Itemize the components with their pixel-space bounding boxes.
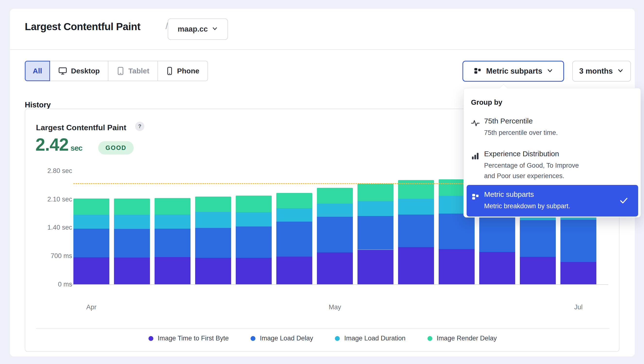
chevron-down-icon xyxy=(617,67,624,75)
legend-dot-icon xyxy=(428,336,432,341)
legend-item: Image Load Delay xyxy=(250,334,313,342)
bar-segment[interactable] xyxy=(236,226,272,258)
y-axis-tick: 700 ms xyxy=(26,252,72,260)
pulse-icon xyxy=(471,119,480,128)
device-tabs: AllDesktopTabletPhone xyxy=(25,61,208,81)
group-by-dropdown-button[interactable]: Metric subparts xyxy=(462,61,564,82)
bar-segment[interactable] xyxy=(317,188,353,204)
legend-dot-icon xyxy=(335,336,340,341)
bar-segment[interactable] xyxy=(520,257,556,284)
bar-segment[interactable] xyxy=(74,198,109,215)
y-axis-tick: 2.80 sec xyxy=(26,167,72,174)
bar-segment[interactable] xyxy=(276,256,312,284)
tab-desktop[interactable]: Desktop xyxy=(50,61,108,81)
x-axis-label: Apr xyxy=(86,304,96,311)
site-selector[interactable]: maap.cc xyxy=(168,18,228,40)
tab-label: Phone xyxy=(177,67,199,75)
legend-divider xyxy=(36,328,610,329)
bar-segment[interactable] xyxy=(317,204,353,217)
legend-dot-icon xyxy=(148,336,153,341)
group-by-dropdown-menu: Group by 75th Percentile75th percentile … xyxy=(464,88,641,218)
legend-label: Image Render Delay xyxy=(437,334,497,342)
page: Largest Contentful Paint / maap.cc AllDe… xyxy=(0,0,644,364)
bar-segment[interactable] xyxy=(520,220,556,257)
bar-segment[interactable] xyxy=(317,217,353,252)
dropdown-item-description: Metric breakdown by subpart. xyxy=(484,201,570,212)
group-by-button-label: Metric subparts xyxy=(486,67,542,76)
bar-segment[interactable] xyxy=(398,214,434,247)
tab-all[interactable]: All xyxy=(25,61,50,81)
history-heading: History xyxy=(25,100,51,109)
check-icon xyxy=(620,197,628,205)
bar-segment[interactable] xyxy=(154,198,190,214)
bar-segment[interactable] xyxy=(358,216,394,250)
bar-segment[interactable] xyxy=(479,216,515,252)
bar-segment[interactable] xyxy=(398,247,434,284)
dropdown-item-experience-distribution[interactable]: Experience DistributionPercentage of Goo… xyxy=(466,150,638,184)
bar-segment[interactable] xyxy=(560,262,596,284)
legend-label: Image Load Delay xyxy=(260,334,313,342)
bar-segment[interactable] xyxy=(236,196,272,212)
header-divider xyxy=(10,49,635,50)
bar-segment[interactable] xyxy=(236,212,272,226)
dropdown-header: Group by xyxy=(471,98,502,106)
legend-item: Image Render Delay xyxy=(428,334,497,342)
phone-icon xyxy=(166,66,173,75)
legend-dot-icon xyxy=(250,336,256,341)
legend-item: Image Time to First Byte xyxy=(148,334,229,342)
tab-phone[interactable]: Phone xyxy=(158,61,208,81)
bar-segment[interactable] xyxy=(154,257,190,284)
bar-segment[interactable] xyxy=(195,196,231,212)
bar-segment[interactable] xyxy=(74,215,109,229)
chart-legend: Image Time to First ByteImage Load Delay… xyxy=(25,334,620,342)
bar-segment[interactable] xyxy=(276,222,312,256)
bar-segment[interactable] xyxy=(479,252,515,284)
tab-tablet[interactable]: Tablet xyxy=(108,61,158,81)
blocks-icon xyxy=(471,192,480,202)
legend-label: Image Load Duration xyxy=(344,334,405,342)
bar-segment[interactable] xyxy=(74,257,109,284)
x-axis-line xyxy=(69,284,608,285)
dropdown-item-description: 75th percentile over time. xyxy=(484,128,558,138)
legend-label: Image Time to First Byte xyxy=(158,334,229,342)
bar-segment[interactable] xyxy=(195,258,231,284)
bar-segment[interactable] xyxy=(114,198,150,215)
dropdown-item-title: Experience Distribution xyxy=(484,150,559,158)
bar-segment[interactable] xyxy=(154,214,190,229)
bar-segment[interactable] xyxy=(74,229,109,257)
bar-segment[interactable] xyxy=(317,252,353,284)
bar-segment[interactable] xyxy=(439,249,474,284)
page-title: Largest Contentful Paint xyxy=(25,21,140,32)
bar-segment[interactable] xyxy=(236,258,272,284)
date-range-label: 3 months xyxy=(579,67,613,76)
bar-segment[interactable] xyxy=(195,228,231,258)
bar-segment[interactable] xyxy=(154,229,190,257)
desktop-icon xyxy=(58,67,67,75)
bar-segment[interactable] xyxy=(398,180,434,199)
chevron-down-icon xyxy=(546,67,553,75)
bar-segment[interactable] xyxy=(358,184,394,201)
bar-segment[interactable] xyxy=(439,214,474,249)
bar-segment[interactable] xyxy=(398,199,434,214)
date-range-button[interactable]: 3 months xyxy=(572,61,631,82)
tablet-icon xyxy=(117,66,124,75)
bar-segment[interactable] xyxy=(358,250,394,284)
bar-segment[interactable] xyxy=(114,229,150,257)
bar-segment[interactable] xyxy=(358,201,394,216)
bar-segment[interactable] xyxy=(276,193,312,208)
dropdown-item-75th-percentile[interactable]: 75th Percentile75th percentile over time… xyxy=(466,117,638,146)
bar-segment[interactable] xyxy=(114,215,150,229)
site-selector-value: maap.cc xyxy=(178,25,208,34)
blocks-icon xyxy=(473,66,482,76)
y-axis-tick: 2.10 sec xyxy=(26,195,72,203)
bar-segment[interactable] xyxy=(195,212,231,228)
dropdown-item-metric-subparts[interactable]: Metric subpartsMetric breakdown by subpa… xyxy=(466,185,638,216)
bar-segment[interactable] xyxy=(560,220,596,262)
bar-segment[interactable] xyxy=(114,258,150,284)
tab-label: Tablet xyxy=(128,67,149,75)
tab-label: Desktop xyxy=(71,67,100,75)
bar-segment[interactable] xyxy=(276,208,312,222)
x-axis-label: Jul xyxy=(574,304,583,311)
bar-chart-icon xyxy=(471,152,480,161)
legend-item: Image Load Duration xyxy=(335,334,405,342)
